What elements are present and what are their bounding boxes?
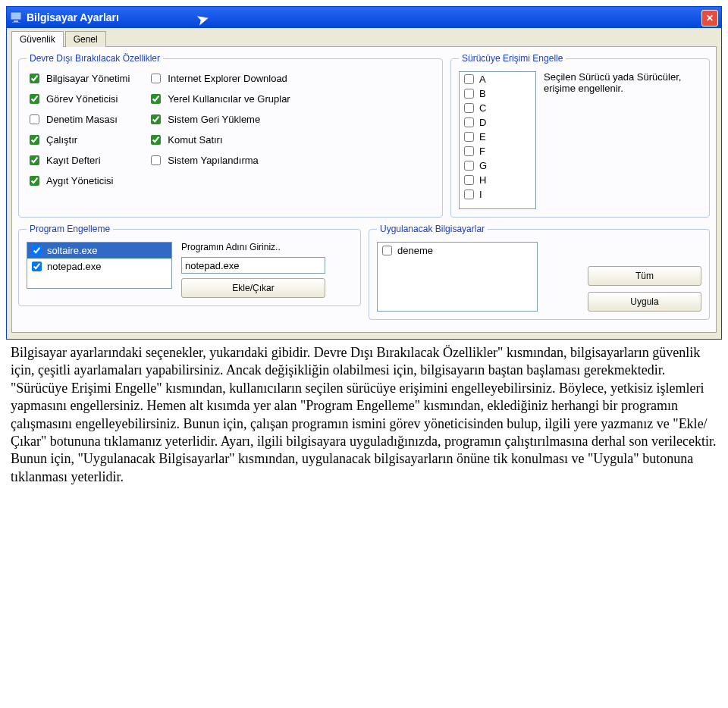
feature-b-0-label: Internet Explorer Download: [168, 73, 287, 84]
computer-list[interactable]: deneme: [377, 242, 538, 312]
feature-2[interactable]: Denetim Masası: [27, 112, 130, 127]
tabs: Güvenlik Genel: [11, 31, 717, 47]
drive-checkbox-H[interactable]: [464, 175, 474, 185]
drive-checkbox-B[interactable]: [464, 89, 474, 99]
program-name-input[interactable]: [181, 257, 325, 274]
client-area: Güvenlik Genel Devre Dışı Bırakılacak Öz…: [7, 28, 721, 339]
svg-rect-1: [14, 20, 18, 22]
drive-checkbox-E[interactable]: [464, 132, 474, 142]
program-checkbox-0[interactable]: [32, 246, 42, 255]
feature-3-label: Çalıştır: [46, 134, 77, 146]
features-group: Devre Dışı Bırakılacak Özellikler Bilgis…: [18, 53, 443, 218]
drive-item-B[interactable]: B: [460, 86, 535, 101]
computer-item-0[interactable]: deneme: [378, 243, 537, 258]
programs-group: Program Engelleme soltaire.exenotepad.ex…: [18, 224, 361, 306]
feature-b-3-label: Komut Satırı: [168, 134, 222, 146]
feature-b-3-checkbox[interactable]: [151, 135, 161, 145]
svg-rect-0: [11, 12, 21, 20]
feature-5-checkbox[interactable]: [30, 176, 39, 186]
feature-b-0[interactable]: Internet Explorer Download: [148, 71, 290, 86]
apply-group: Uygulanacak Bilgisayarlar deneme Tüm Uyg…: [369, 224, 710, 320]
feature-b-1-label: Yerel Kullanıcılar ve Gruplar: [168, 93, 290, 105]
feature-1-checkbox[interactable]: [30, 94, 39, 104]
features-col1: Bilgisayar YönetimiGörev YöneticisiDenet…: [27, 71, 130, 188]
cursor-icon: ➤: [194, 8, 212, 30]
program-item-1[interactable]: notepad.exe: [27, 258, 171, 274]
feature-5[interactable]: Aygıt Yöneticisi: [27, 174, 130, 188]
apply-legend: Uygulanacak Bilgisayarlar: [377, 224, 488, 234]
drive-item-D[interactable]: D: [460, 115, 535, 130]
feature-b-4-label: Sistem Yapılandırma: [168, 155, 258, 166]
all-button[interactable]: Tüm: [588, 266, 701, 286]
feature-0-label: Bilgisayar Yönetimi: [46, 73, 130, 84]
drive-item-G[interactable]: G: [460, 158, 535, 173]
feature-0-checkbox[interactable]: [30, 74, 39, 83]
drive-checkbox-A[interactable]: [464, 74, 474, 84]
program-checkbox-1[interactable]: [32, 262, 42, 271]
drive-item-H[interactable]: H: [460, 173, 535, 187]
feature-b-2[interactable]: Sistem Geri Yükleme: [148, 112, 290, 127]
feature-b-3[interactable]: Komut Satırı: [148, 133, 290, 147]
apply-button[interactable]: Uygula: [588, 292, 701, 312]
drive-desc: Seçilen Sürücü yada Sürücüler, erişime e…: [544, 71, 701, 209]
explanation-text: Bilgisayar ayarlarındaki seçenekler, yuk…: [0, 340, 728, 501]
drive-checkbox-I[interactable]: [464, 190, 474, 199]
svg-rect-2: [12, 22, 20, 23]
programs-legend: Program Engelleme: [27, 224, 113, 234]
window-title: Bilgisayar Ayarları: [27, 11, 119, 23]
program-list[interactable]: soltaire.exenotepad.exe: [27, 242, 172, 289]
tab-security[interactable]: Güvenlik: [11, 31, 64, 47]
drive-checkbox-D[interactable]: [464, 117, 474, 127]
feature-b-1-checkbox[interactable]: [151, 94, 161, 104]
close-button[interactable]: ✕: [701, 10, 718, 27]
program-item-0[interactable]: soltaire.exe: [27, 243, 171, 258]
titlebar[interactable]: Bilgisayar Ayarları ➤ ✕: [7, 7, 721, 28]
feature-b-4-checkbox[interactable]: [151, 155, 161, 165]
drive-item-A[interactable]: A: [460, 72, 535, 86]
feature-4[interactable]: Kayıt Defteri: [27, 153, 130, 168]
feature-b-0-checkbox[interactable]: [151, 74, 161, 83]
drives-legend: Sürücüye Erişimi Engelle: [459, 53, 566, 64]
feature-b-2-checkbox[interactable]: [151, 114, 161, 124]
feature-5-label: Aygıt Yöneticisi: [46, 175, 113, 186]
program-input-label: Programın Adını Giriniz..: [181, 242, 325, 252]
feature-b-2-label: Sistem Geri Yükleme: [168, 114, 260, 125]
feature-3[interactable]: Çalıştır: [27, 133, 130, 147]
tab-general[interactable]: Genel: [65, 31, 106, 47]
app-icon: [10, 11, 22, 23]
computer-checkbox-0[interactable]: [382, 246, 392, 255]
feature-4-label: Kayıt Defteri: [46, 155, 101, 166]
add-remove-button[interactable]: Ekle/Çıkar: [181, 278, 325, 298]
drive-item-C[interactable]: C: [460, 101, 535, 115]
feature-b-1[interactable]: Yerel Kullanıcılar ve Gruplar: [148, 92, 290, 106]
drive-item-I[interactable]: I: [460, 187, 535, 202]
feature-4-checkbox[interactable]: [30, 155, 39, 165]
feature-2-checkbox[interactable]: [30, 114, 39, 124]
drives-group: Sürücüye Erişimi Engelle ABCDEFGHI Seçil…: [450, 53, 710, 218]
features-col2: Internet Explorer DownloadYerel Kullanıc…: [148, 71, 290, 188]
drive-item-F[interactable]: F: [460, 144, 535, 158]
drive-item-E[interactable]: E: [460, 130, 535, 144]
drive-checkbox-G[interactable]: [464, 161, 474, 171]
features-legend: Devre Dışı Bırakılacak Özellikler: [27, 53, 163, 64]
drive-list[interactable]: ABCDEFGHI: [459, 71, 536, 209]
feature-0[interactable]: Bilgisayar Yönetimi: [27, 71, 130, 86]
tab-panel-security: Devre Dışı Bırakılacak Özellikler Bilgis…: [11, 46, 717, 333]
feature-3-checkbox[interactable]: [30, 135, 39, 145]
drive-checkbox-F[interactable]: [464, 146, 474, 156]
drive-checkbox-C[interactable]: [464, 103, 474, 113]
feature-1-label: Görev Yöneticisi: [46, 93, 118, 105]
settings-window: Bilgisayar Ayarları ➤ ✕ Güvenlik Genel D…: [6, 6, 722, 340]
feature-b-4[interactable]: Sistem Yapılandırma: [148, 153, 290, 168]
feature-1[interactable]: Görev Yöneticisi: [27, 92, 130, 106]
feature-2-label: Denetim Masası: [46, 114, 118, 125]
